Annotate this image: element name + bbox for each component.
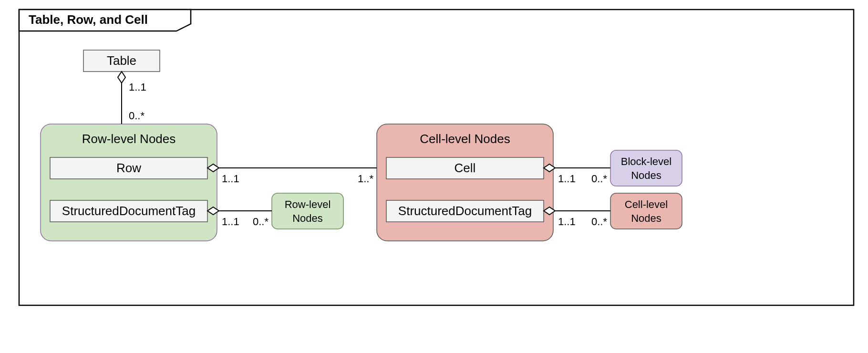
mult-row-src: 1..1 <box>222 173 239 185</box>
mult-table-src: 1..1 <box>129 81 146 93</box>
mult-table-dst: 0..* <box>129 110 145 122</box>
diamond-table <box>118 72 125 83</box>
node-block-level-small-l1: Block-level <box>621 156 672 167</box>
node-cell-sdt-label: StructuredDocumentTag <box>398 204 532 218</box>
node-row-level-small-l1: Row-level <box>285 198 331 210</box>
node-row-label: Row <box>116 161 141 175</box>
mult-row-sdt-src: 1..1 <box>222 216 239 228</box>
node-cell-level-small-l1: Cell-level <box>625 198 668 210</box>
uml-diagram: Table, Row, and Cell Table Row-level Nod… <box>0 0 868 353</box>
mult-row-sdt-dst: 0..* <box>253 216 269 228</box>
mult-row-dst: 1..* <box>358 173 373 185</box>
node-table-label: Table <box>107 53 136 68</box>
frame-title: Table, Row, and Cell <box>29 12 148 27</box>
node-row-sdt-label: StructuredDocumentTag <box>62 204 196 218</box>
mult-cell-sdt-src: 1..1 <box>558 216 576 228</box>
group-cell-level-title: Cell-level Nodes <box>420 132 510 146</box>
node-cell-label: Cell <box>455 161 476 175</box>
node-cell-level-small-l2: Nodes <box>631 212 661 224</box>
node-row-level-small-l2: Nodes <box>292 212 323 224</box>
node-block-level-small-l2: Nodes <box>631 169 661 181</box>
group-row-level-title: Row-level Nodes <box>82 132 176 146</box>
mult-cell-src: 1..1 <box>558 173 576 185</box>
mult-cell-sdt-dst: 0..* <box>591 216 607 228</box>
mult-cell-dst: 0..* <box>591 173 607 185</box>
